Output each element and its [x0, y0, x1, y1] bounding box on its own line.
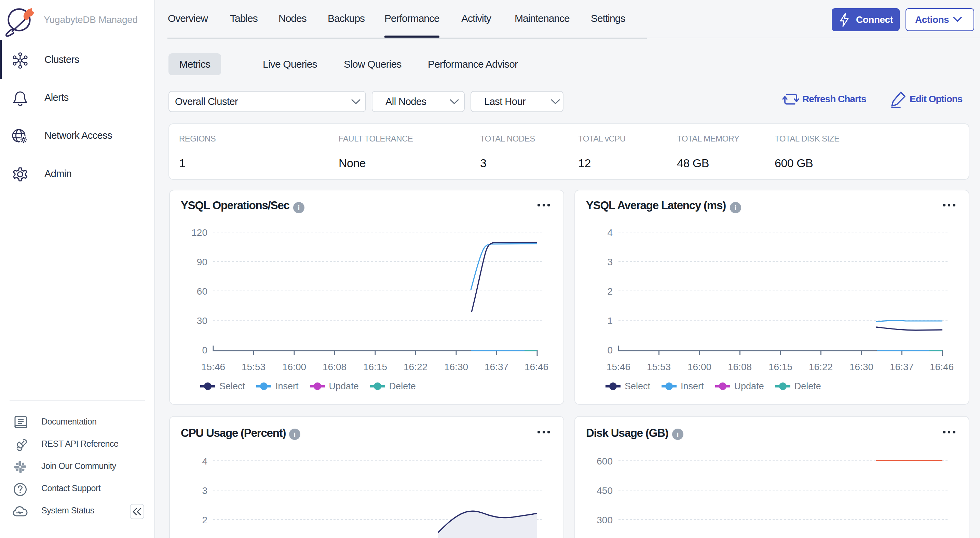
- svg-text:15:53: 15:53: [242, 361, 266, 372]
- svg-text:16:46: 16:46: [525, 361, 549, 372]
- svg-text:3: 3: [607, 257, 612, 267]
- svg-text:16:00: 16:00: [687, 361, 711, 372]
- svg-text:3: 3: [202, 485, 207, 496]
- svg-text:2: 2: [607, 286, 612, 297]
- svg-text:60: 60: [197, 286, 207, 297]
- svg-text:16:46: 16:46: [930, 361, 954, 372]
- svg-text:15:46: 15:46: [201, 361, 225, 372]
- svg-text:120: 120: [191, 227, 207, 238]
- svg-text:16:22: 16:22: [404, 361, 428, 372]
- svg-text:16:37: 16:37: [890, 361, 914, 372]
- svg-text:450: 450: [597, 485, 612, 496]
- svg-text:300: 300: [597, 515, 612, 525]
- svg-text:16:30: 16:30: [850, 361, 873, 372]
- svg-text:16:08: 16:08: [728, 361, 752, 372]
- svg-text:15:46: 15:46: [606, 361, 630, 372]
- svg-text:16:00: 16:00: [282, 361, 306, 372]
- svg-text:16:37: 16:37: [485, 361, 509, 372]
- svg-text:4: 4: [607, 227, 612, 238]
- svg-text:90: 90: [197, 257, 207, 267]
- svg-text:4: 4: [202, 456, 207, 466]
- svg-text:0: 0: [607, 345, 612, 355]
- svg-text:15:53: 15:53: [647, 361, 671, 372]
- svg-text:16:30: 16:30: [444, 361, 468, 372]
- svg-text:0: 0: [202, 345, 207, 355]
- svg-text:16:22: 16:22: [809, 361, 833, 372]
- svg-text:16:15: 16:15: [363, 361, 387, 372]
- svg-text:2: 2: [202, 515, 207, 525]
- svg-text:1: 1: [607, 315, 612, 326]
- svg-text:600: 600: [597, 456, 612, 466]
- svg-text:16:15: 16:15: [768, 361, 792, 372]
- svg-text:30: 30: [197, 315, 207, 326]
- svg-text:16:08: 16:08: [323, 361, 347, 372]
